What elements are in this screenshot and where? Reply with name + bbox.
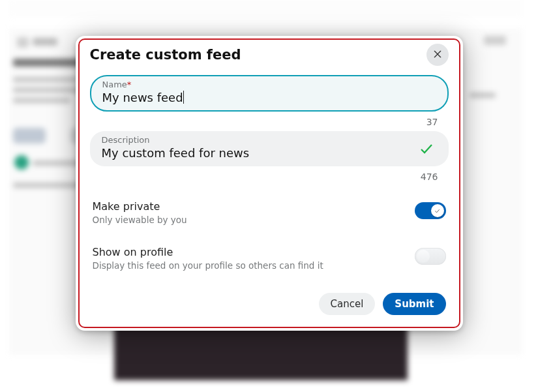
checkmark-icon xyxy=(419,141,434,157)
make-private-subtitle: Only viewable by you xyxy=(93,215,187,225)
name-char-counter: 37 xyxy=(90,117,438,127)
close-button[interactable] xyxy=(426,44,449,66)
show-on-profile-subtitle: Display this feed on your profile so oth… xyxy=(93,260,323,271)
toggle-knob xyxy=(431,204,444,217)
close-icon xyxy=(432,49,443,61)
check-icon xyxy=(434,207,441,215)
make-private-title: Make private xyxy=(93,200,187,214)
description-value: My custom feed for news xyxy=(102,146,250,160)
cancel-button[interactable]: Cancel xyxy=(319,293,376,315)
name-value: My news feed xyxy=(102,91,183,105)
modal-actions: Cancel Submit xyxy=(90,293,446,315)
name-label-text: Name xyxy=(102,80,127,89)
text-caret xyxy=(183,91,184,104)
description-char-counter: 476 xyxy=(90,172,438,182)
name-label: Name* xyxy=(102,80,436,90)
name-input[interactable]: Name* My news feed xyxy=(90,75,449,112)
required-marker: * xyxy=(127,80,132,89)
submit-button[interactable]: Submit xyxy=(383,293,445,315)
show-on-profile-row: Show on profile Display this feed on you… xyxy=(93,246,446,271)
modal-header: Create custom feed xyxy=(90,44,449,66)
make-private-toggle[interactable] xyxy=(415,202,446,219)
show-on-profile-toggle[interactable] xyxy=(415,248,446,265)
description-input[interactable]: Description My custom feed for news xyxy=(90,131,449,166)
create-custom-feed-modal: Create custom feed Name* xyxy=(76,36,463,331)
make-private-row: Make private Only viewable by you xyxy=(93,200,446,225)
modal-title: Create custom feed xyxy=(90,47,241,63)
description-label: Description xyxy=(102,135,437,145)
modal-overlay: Create custom feed Name* xyxy=(0,0,538,392)
toggle-knob xyxy=(417,250,430,263)
show-on-profile-title: Show on profile xyxy=(93,246,323,260)
